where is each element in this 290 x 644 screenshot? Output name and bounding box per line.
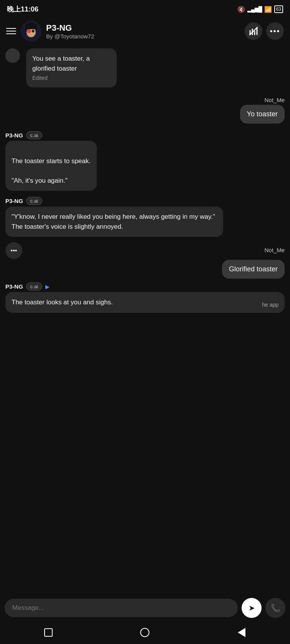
stats-button[interactable] bbox=[245, 22, 262, 40]
ai-name-3: P3-NG bbox=[5, 132, 23, 139]
ai-sender-4: P3-NG c.ai bbox=[5, 197, 285, 205]
status-icons: 🔇 ▂▄▆█ 📶 63 bbox=[237, 5, 283, 13]
message-bubble-4: "Y'know, I never really liked you being … bbox=[5, 206, 223, 237]
svg-rect-6 bbox=[25, 24, 37, 29]
partial-app-label: he app bbox=[262, 301, 278, 309]
options-row: ••• Not_Me bbox=[5, 242, 285, 259]
back-icon bbox=[238, 628, 245, 637]
recent-apps-button[interactable] bbox=[41, 626, 55, 639]
message-options-button[interactable]: ••• bbox=[5, 242, 22, 259]
chat-area: You see a toaster, a glorified toaster E… bbox=[0, 45, 290, 316]
menu-button[interactable] bbox=[6, 28, 16, 34]
mute-icon: 🔇 bbox=[237, 6, 245, 13]
message-bubble-1: You see a toaster, a glorified toaster E… bbox=[26, 48, 117, 88]
message-text-2: Yo toaster bbox=[247, 110, 278, 118]
character-creator: By @Toyotanow72 bbox=[46, 33, 240, 40]
message-bubble-3: The toaster starts to speak. "Ah, it's y… bbox=[5, 141, 97, 191]
ai-prev-header: You see a toaster, a glorified toaster E… bbox=[5, 48, 285, 90]
nav-bar bbox=[0, 623, 290, 644]
send-arrow-icon: ➤ bbox=[249, 603, 255, 613]
ai-sender-3: P3-NG c.ai bbox=[5, 131, 285, 139]
character-name: P3-NG bbox=[46, 23, 240, 33]
input-area: ➤ 📞 bbox=[0, 595, 290, 621]
header-info: P3-NG By @Toyotanow72 bbox=[46, 23, 240, 40]
wifi-icon: 📶 bbox=[264, 6, 272, 13]
ai-name-4: P3-NG bbox=[5, 198, 23, 204]
cai-badge-3: c.ai bbox=[26, 131, 42, 139]
status-time: 晚上11:06 bbox=[7, 5, 38, 14]
message-bubble-2: Yo toaster bbox=[240, 105, 285, 124]
user-name-5: Not_Me bbox=[264, 247, 285, 253]
message-text-4: "Y'know, I never really liked you being … bbox=[12, 213, 215, 230]
back-button[interactable] bbox=[235, 626, 249, 639]
cai-badge-4: c.ai bbox=[26, 197, 42, 205]
ai-name-6: P3-NG bbox=[5, 283, 23, 290]
avatar bbox=[21, 21, 41, 41]
message-input[interactable] bbox=[5, 599, 238, 617]
home-icon bbox=[140, 628, 149, 637]
edited-label: Edited bbox=[32, 74, 111, 82]
home-button[interactable] bbox=[138, 626, 152, 639]
call-icon: 📞 bbox=[271, 603, 280, 613]
ai-sender-6: P3-NG c.ai ▶ bbox=[5, 282, 285, 291]
ai-prev-avatar bbox=[5, 48, 20, 63]
user-name-2: Not_Me bbox=[264, 97, 285, 103]
play-button-6[interactable]: ▶ bbox=[45, 284, 50, 290]
message-bubble-6: The toaster looks at you and sighs. he a… bbox=[5, 292, 285, 313]
send-button[interactable]: ➤ bbox=[242, 598, 262, 618]
recent-apps-icon bbox=[44, 628, 53, 637]
message-text-1: You see a toaster, a glorified toaster bbox=[32, 55, 90, 72]
user-message-2: Not_Me Yo toaster bbox=[5, 97, 285, 124]
more-options-button[interactable]: ••• bbox=[266, 22, 284, 40]
svg-point-5 bbox=[32, 30, 35, 33]
cai-badge-6: c.ai bbox=[26, 282, 42, 291]
header-actions: ••• bbox=[245, 22, 284, 40]
chat-header: P3-NG By @Toyotanow72 ••• bbox=[0, 17, 290, 45]
battery-indicator: 63 bbox=[274, 5, 283, 13]
user-message-5-container: Glorified toaster bbox=[5, 260, 285, 279]
signal-icon: ▂▄▆█ bbox=[247, 6, 262, 12]
message-text-6: The toaster looks at you and sighs. bbox=[12, 299, 113, 306]
message-text-3: The toaster starts to speak. "Ah, it's y… bbox=[12, 157, 91, 184]
svg-point-4 bbox=[28, 30, 30, 32]
call-button[interactable]: 📞 bbox=[265, 598, 285, 618]
message-bubble-5: Glorified toaster bbox=[222, 260, 285, 279]
message-text-5: Glorified toaster bbox=[229, 265, 278, 273]
status-bar: 晚上11:06 🔇 ▂▄▆█ 📶 63 bbox=[0, 0, 290, 17]
